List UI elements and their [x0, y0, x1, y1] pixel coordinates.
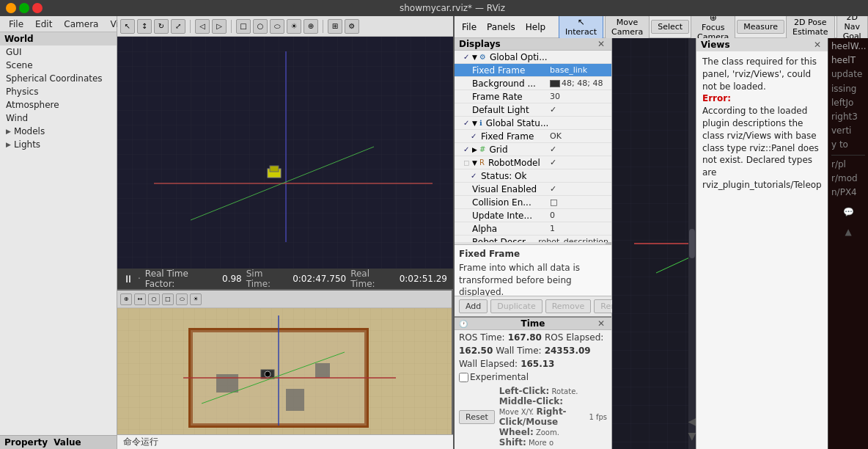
sidebar-item-wind[interactable]: Wind [0, 112, 117, 125]
robotmodel-arrow: ▼ [472, 159, 479, 167]
fp-btn5[interactable]: ⬭ [176, 293, 188, 305]
scroll-thumb[interactable] [606, 242, 611, 244]
right-scroll-up[interactable]: 💬 [831, 205, 865, 219]
move-camera-btn[interactable]: Move Camera [605, 16, 650, 39]
rotate-tool-btn[interactable]: ↻ [154, 19, 169, 34]
grid-value: ✓ [550, 145, 608, 154]
sidebar-item-gui[interactable]: GUI [0, 45, 117, 59]
minimize-button[interactable] [6, 3, 16, 13]
duplicate-display-btn[interactable]: Duplicate [490, 299, 542, 313]
sidebar-item-spherical[interactable]: Spherical Coordinates [0, 72, 117, 85]
rviz-panels-menu[interactable]: Panels [482, 21, 520, 34]
experimental-checkbox[interactable] [459, 373, 468, 382]
window-controls[interactable] [6, 3, 43, 13]
menu-camera[interactable]: Camera [58, 18, 104, 31]
measure-btn[interactable]: Measure [737, 20, 784, 34]
select-btn[interactable]: Select [651, 20, 689, 34]
display-row-alpha[interactable]: Alpha 1 [455, 222, 611, 236]
maximize-button[interactable] [19, 3, 29, 13]
redo-btn[interactable]: ▷ [212, 19, 227, 34]
close-button[interactable] [32, 3, 43, 13]
sidebar-item-atmosphere[interactable]: Atmosphere [0, 98, 117, 112]
rviz-toolbar: File Panels Help ↖ Interact Move Camera … [455, 16, 868, 38]
displays-action-buttons: Add Duplicate Remove Rename [455, 296, 611, 316]
time-close[interactable]: ✕ [595, 318, 607, 329]
frame-rate-value: 30 [550, 92, 608, 101]
gazebo-floorplan-view[interactable]: ⊕ ↔ ○ □ ⬭ ☀ [117, 289, 453, 434]
place-btn[interactable]: ⊕ [304, 19, 318, 34]
display-row-update-interval[interactable]: Update Inte... 0 [455, 209, 611, 222]
visual-enabled-label: Visual Enabled [471, 184, 550, 194]
experimental-label[interactable]: Experimental [459, 372, 529, 382]
display-row-status-ok[interactable]: ✓ Status: Ok [455, 169, 611, 183]
visual-enabled-value: ✓ [550, 184, 608, 194]
right-scroll-down[interactable]: ▲ [831, 225, 865, 239]
display-row-visual-enabled[interactable]: Visual Enabled ✓ [455, 183, 611, 196]
views-error-msg: The class required for this panel, 'rviz… [702, 56, 822, 92]
add-display-btn[interactable]: Add [459, 299, 488, 313]
display-row-global-status[interactable]: ✓ ▼ ℹ Global Statu... [455, 117, 611, 130]
display-row-robotmodel[interactable]: ◻ ▼ R RobotModel ✓ [455, 156, 611, 169]
light-btn[interactable]: ☀ [287, 19, 301, 34]
robot-description-label: Robot Descr... [471, 237, 538, 243]
pause-icon[interactable]: ⏸ [123, 273, 133, 285]
sidebar-item-scene[interactable]: Scene [0, 59, 117, 72]
display-row-robot-description[interactable]: Robot Descr... robot_description [455, 236, 611, 242]
sidebar-item-lights[interactable]: ▶Lights [0, 138, 117, 151]
grid-btn[interactable]: ⊞ [328, 19, 342, 34]
sphere-btn[interactable]: ○ [253, 19, 268, 34]
scroll-up-btn[interactable]: ◀ [688, 415, 696, 427]
right-sep1 [831, 155, 865, 156]
display-row-collision[interactable]: Collision En... □ [455, 196, 611, 209]
svg-rect-1 [117, 37, 453, 269]
displays-close[interactable]: ✕ [595, 39, 607, 49]
time-section: 🕐 Time ✕ ROS Time: 167.80 ROS Elapsed: 1… [455, 316, 611, 449]
real-time-factor-val: 0.98 [222, 274, 242, 284]
display-row-fixed-frame[interactable]: Fixed Frame base_link [455, 64, 611, 77]
svg-rect-13 [315, 363, 330, 378]
rviz-help-menu[interactable]: Help [521, 21, 550, 34]
fp-btn3[interactable]: ○ [148, 293, 160, 305]
2d-pose-btn[interactable]: 2D Pose Estimate [786, 16, 835, 39]
rviz-scroll-thumb[interactable] [689, 229, 695, 258]
fp-btn2[interactable]: ↔ [134, 293, 146, 305]
display-row-global-options[interactable]: ✓ ▼ ⚙ Global Opti... [455, 51, 611, 64]
select-tool-btn[interactable]: ↖ [120, 19, 135, 34]
cylinder-btn[interactable]: ⬭ [270, 19, 284, 34]
rviz-file-menu[interactable]: File [457, 21, 481, 34]
svg-point-18 [265, 371, 271, 377]
rviz-scrollbar[interactable]: ◀ ▼ [688, 38, 696, 449]
scroll-down-btn[interactable]: ▼ [688, 430, 696, 442]
menu-file[interactable]: File [3, 18, 29, 31]
display-row-grid[interactable]: ✓ ▶ # Grid ✓ [455, 143, 611, 156]
sidebar-item-physics[interactable]: Physics [0, 85, 117, 98]
reset-time-btn[interactable]: Reset [459, 410, 495, 424]
rviz-3d-viewport[interactable]: ◀ ▼ [612, 38, 696, 449]
settings-btn[interactable]: ⚙ [345, 19, 359, 34]
fp-btn1[interactable]: ⊕ [120, 293, 132, 305]
sidebar-text-6: right3 [831, 110, 865, 124]
scale-tool-btn[interactable]: ⤢ [171, 19, 185, 34]
interact-btn[interactable]: ↖ Interact [559, 16, 603, 39]
displays-scroll-indicator [455, 242, 611, 244]
fixed-frame-ok-label: Fixed Frame [479, 131, 550, 142]
undo-btn[interactable]: ◁ [195, 19, 210, 34]
menu-edit[interactable]: Edit [29, 18, 58, 31]
svg-rect-12 [286, 389, 304, 411]
display-row-background[interactable]: Background ... 48; 48; 48 [455, 77, 611, 90]
models-arrow: ▶ [6, 128, 11, 135]
remove-display-btn[interactable]: Remove [545, 299, 592, 313]
gazebo-3d-viewport[interactable] [117, 37, 453, 269]
sidebar-item-models[interactable]: ▶Models [0, 125, 117, 138]
display-row-default-light[interactable]: Default Light ✓ [455, 103, 611, 117]
views-close[interactable]: ✕ [812, 40, 823, 50]
update-interval-label: Update Inte... [471, 211, 550, 221]
fp-btn6[interactable]: ☀ [190, 293, 202, 305]
box-btn[interactable]: □ [236, 19, 251, 34]
real-time-val: 0:02:51.29 [400, 274, 447, 284]
translate-tool-btn[interactable]: ↕ [137, 19, 152, 34]
display-row-fixed-frame-ok[interactable]: ✓ Fixed Frame OK [455, 130, 611, 143]
cursor-icon: ↖ [578, 17, 585, 27]
display-row-frame-rate[interactable]: Frame Rate 30 [455, 90, 611, 103]
fp-btn4[interactable]: □ [162, 293, 174, 305]
